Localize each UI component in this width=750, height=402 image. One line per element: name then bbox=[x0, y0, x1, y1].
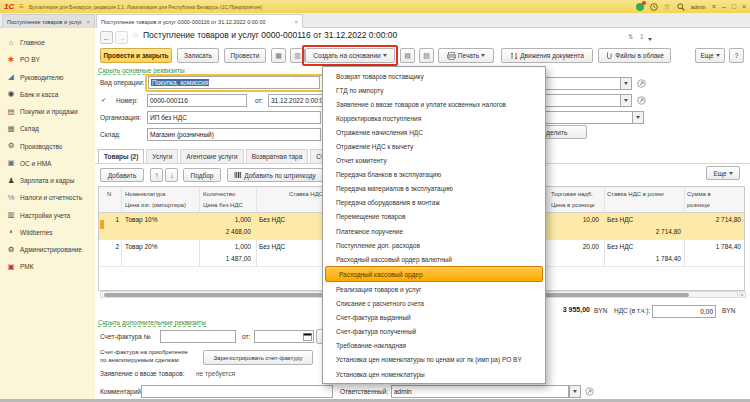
col-retail-sum[interactable]: Сумма в bbox=[687, 191, 711, 197]
operation-field[interactable]: Покупка, комиссия bbox=[148, 76, 320, 89]
move-down-button[interactable]: ↓ bbox=[165, 168, 178, 182]
menu-item[interactable]: Счет-фактура полученный bbox=[323, 325, 545, 339]
sidebar-item[interactable]: ✱ PO BY bbox=[0, 51, 95, 68]
menu-item[interactable]: Передача оборудования в монтаж bbox=[323, 196, 545, 210]
sidebar-item[interactable]: ⌂ Главное bbox=[0, 34, 95, 51]
col-markup[interactable]: Торговая надб. bbox=[551, 191, 593, 197]
menu-item[interactable]: Реализация товаров и услуг bbox=[323, 282, 545, 296]
item-tab[interactable]: Агентские услуги bbox=[180, 149, 243, 164]
sidebar-item[interactable]: ◗ Wildberries bbox=[0, 224, 95, 241]
post-button[interactable]: Провести bbox=[224, 48, 266, 63]
warehouse-field[interactable]: Магазин (розничный) bbox=[147, 128, 321, 141]
calendar-icon[interactable] bbox=[303, 332, 312, 341]
forward-button[interactable]: → bbox=[115, 31, 128, 44]
menu-item[interactable]: Платежное поручение bbox=[323, 224, 545, 238]
post-and-close-button[interactable]: Провести и закрыть bbox=[100, 48, 172, 63]
sidebar-item[interactable]: ▥ Настройки учета bbox=[0, 207, 95, 224]
more-button[interactable]: Еще bbox=[695, 48, 725, 63]
menu-item[interactable]: Корректировка поступления bbox=[323, 111, 545, 125]
discussions-icon[interactable] bbox=[636, 3, 644, 11]
responsible-dropdown-icon[interactable] bbox=[569, 385, 581, 398]
window-tab[interactable]: Поступление товаров и услуг × bbox=[2, 14, 95, 28]
structure-icon-button[interactable]: ▧ bbox=[419, 48, 434, 63]
menu-item[interactable]: Списание с расчетного счета bbox=[323, 297, 545, 311]
menu-item[interactable]: Отражение начисления НДС bbox=[323, 125, 545, 139]
main-menu-icon[interactable]: ≡ bbox=[19, 2, 24, 11]
menu-item[interactable]: Возврат товаров поставщику bbox=[323, 69, 545, 83]
scroll-right-icon[interactable]: ▸ bbox=[739, 291, 746, 298]
search-icon[interactable] bbox=[677, 3, 685, 11]
updown-icon[interactable]: ⇅ bbox=[628, 33, 633, 41]
print-button[interactable]: Печать bbox=[438, 48, 494, 63]
help-button[interactable]: ? bbox=[729, 48, 744, 63]
doc-movements-button[interactable]: Движения документа bbox=[501, 48, 593, 63]
back-button[interactable]: ← bbox=[100, 31, 113, 44]
pick-button[interactable]: Подбор bbox=[183, 168, 221, 182]
menu-item[interactable]: Перемещение товаров bbox=[323, 210, 545, 224]
menu-item[interactable]: Поступление доп. расходов bbox=[323, 238, 545, 252]
sidebar-item[interactable]: ♟ Зарплата и кадры bbox=[0, 172, 95, 189]
excel-icon-button[interactable]: ▤ bbox=[400, 48, 415, 63]
close-tab-icon[interactable]: × bbox=[294, 19, 298, 25]
number-field[interactable]: 0000-000116 bbox=[147, 94, 247, 107]
payment-account-dropdown-icon[interactable] bbox=[632, 111, 644, 124]
open-link-icon[interactable] bbox=[637, 96, 646, 105]
item-tab[interactable]: Товары (2) bbox=[98, 149, 144, 164]
files-button[interactable]: Файлы в облаке bbox=[598, 48, 671, 63]
sidebar-item[interactable]: ▤ Покупки и продажи bbox=[0, 103, 95, 120]
close-tab-icon[interactable]: × bbox=[86, 19, 90, 25]
col-nomenclature[interactable]: Номенклатура bbox=[125, 191, 165, 197]
history-icon[interactable] bbox=[650, 3, 658, 11]
menu-item[interactable]: Счет-фактура выданный bbox=[323, 311, 545, 325]
menu-item[interactable]: Отражение НДС к вычету bbox=[323, 139, 545, 153]
close-button[interactable]: × bbox=[742, 0, 746, 13]
menu-item[interactable]: Расходный кассовый ордер bbox=[325, 266, 543, 282]
favorites-icon[interactable]: ☆ bbox=[664, 0, 671, 13]
move-up-button[interactable]: ↑ bbox=[150, 168, 163, 182]
service-menu-icon[interactable]: ≡ bbox=[712, 0, 716, 13]
invoice-number-field[interactable] bbox=[160, 330, 236, 343]
add-row-button[interactable]: Добавить bbox=[100, 168, 144, 182]
col-qty[interactable]: Количество bbox=[203, 191, 235, 197]
menu-item[interactable]: Установка цен номенклатуры bbox=[323, 367, 545, 381]
report-icon-button[interactable]: ▥ bbox=[290, 48, 305, 63]
open-link-icon[interactable] bbox=[585, 387, 594, 396]
menu-item[interactable]: Передача материалов в эксплуатацию bbox=[323, 182, 545, 196]
menu-item[interactable]: Требование-накладная bbox=[323, 339, 545, 353]
table-more-button[interactable]: Еще bbox=[706, 166, 740, 180]
sidebar-item[interactable]: ⚙ Производство bbox=[0, 138, 95, 155]
menu-item[interactable]: Заявление о ввозе товаров и уплате косве… bbox=[323, 97, 545, 111]
col-vat[interactable]: Ставка НДС bbox=[289, 191, 323, 197]
col-vat-retail[interactable]: Ставка НДС в розни bbox=[607, 191, 664, 197]
sidebar-item[interactable]: ▣ РМК bbox=[0, 258, 95, 275]
menu-item[interactable]: Установка цен номенклатуры по ценам ког … bbox=[323, 353, 545, 367]
sidebar-item[interactable]: ▦ Склад bbox=[0, 120, 95, 137]
sidebar-item[interactable]: ⚙ Администрирование bbox=[0, 241, 95, 258]
counterparty-dropdown-icon[interactable] bbox=[620, 77, 632, 90]
minimize-button[interactable]: – bbox=[722, 0, 726, 13]
col-retail-price[interactable]: Цена в рознице bbox=[551, 202, 595, 208]
collapse-icon[interactable] bbox=[648, 35, 652, 42]
sidebar-item[interactable]: ◢ Руководителю bbox=[0, 69, 95, 86]
vat-total-field[interactable]: 0,00 bbox=[652, 305, 716, 318]
comment-field[interactable] bbox=[141, 385, 333, 398]
favorite-star-icon[interactable]: ☆ bbox=[132, 31, 139, 40]
window-tab-active[interactable]: Поступление товаров и услуг 0000-000116 … bbox=[96, 14, 303, 28]
open-link-icon[interactable] bbox=[637, 79, 646, 88]
dt-kt-icon-button[interactable]: ▦ bbox=[271, 48, 286, 63]
responsible-field[interactable]: admin bbox=[391, 385, 569, 398]
write-button[interactable]: Записать bbox=[177, 48, 219, 63]
current-user[interactable]: admin bbox=[691, 4, 706, 10]
auto-number-check-icon[interactable]: ✔ bbox=[101, 96, 106, 103]
col-importer-price[interactable]: Цена изг. (импортера) bbox=[125, 202, 186, 208]
organization-field[interactable]: ИП без НДС bbox=[147, 111, 321, 124]
menu-item[interactable]: Передача бланков в эксплуатацию bbox=[323, 168, 545, 182]
contract-dropdown-icon[interactable] bbox=[620, 94, 632, 107]
sidebar-item[interactable]: ▣ ОС и НМА bbox=[0, 155, 95, 172]
menu-item[interactable]: ГТД по импорту bbox=[323, 83, 545, 97]
hide-main-requisites-link[interactable]: Скрыть основные реквизиты bbox=[98, 67, 185, 75]
col-num[interactable]: N bbox=[107, 191, 111, 197]
sidebar-item[interactable]: % Налоги и отчетность bbox=[0, 189, 95, 206]
maximize-button[interactable]: □ bbox=[732, 0, 736, 13]
hide-additional-requisites-link[interactable]: Скрыть дополнительные реквизиты bbox=[98, 319, 206, 327]
